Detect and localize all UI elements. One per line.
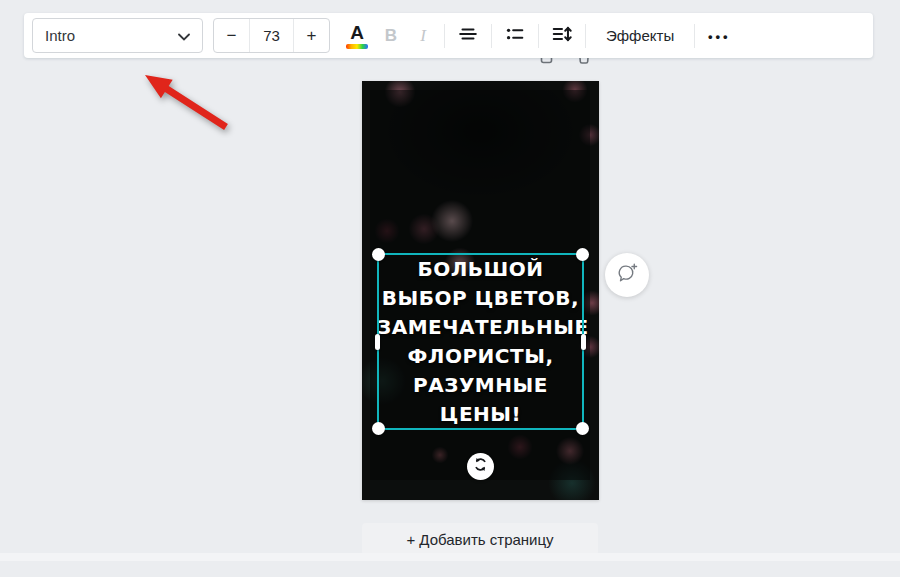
font-family-dropdown[interactable]: Intro: [32, 18, 203, 53]
comment-bubble-plus-icon: [614, 260, 640, 290]
font-size-stepper: − 73 +: [213, 18, 330, 53]
toolbar-divider: [538, 24, 539, 48]
toolbar-divider: [694, 24, 695, 48]
bold-button[interactable]: B: [376, 19, 406, 53]
italic-button[interactable]: I: [408, 19, 438, 53]
text-toolbar: Intro − 73 + A B I: [24, 13, 873, 58]
chevron-down-icon: [178, 27, 190, 45]
bottom-strip: [0, 553, 900, 561]
add-page-button[interactable]: + Добавить страницу: [362, 523, 598, 556]
resize-handle-top-right[interactable]: [576, 248, 589, 261]
resize-handle-left[interactable]: [375, 334, 380, 350]
resize-handle-top-left[interactable]: [372, 248, 385, 261]
bullet-list-button[interactable]: [498, 19, 532, 53]
bullet-list-icon: [504, 23, 526, 49]
red-annotation-arrow: [133, 60, 243, 138]
font-size-value[interactable]: 73: [249, 19, 294, 52]
toolbar-divider: [585, 24, 586, 48]
add-comment-button[interactable]: [605, 253, 649, 297]
resize-handle-bottom-left[interactable]: [372, 422, 385, 435]
rotate-arrows-icon: [472, 456, 489, 477]
text-color-button[interactable]: A: [342, 19, 372, 53]
font-size-increase-button[interactable]: +: [294, 19, 329, 52]
more-options-button[interactable]: •••: [701, 19, 737, 53]
color-rainbow-bar: [346, 44, 368, 49]
line-spacing-icon: [551, 23, 573, 49]
resize-handle-bottom-right[interactable]: [576, 422, 589, 435]
resize-handle-right[interactable]: [581, 334, 586, 350]
toolbar-divider: [491, 24, 492, 48]
text-selection-box[interactable]: [377, 253, 584, 430]
effects-button[interactable]: Эффекты: [592, 19, 688, 53]
text-color-letter: A: [350, 23, 364, 42]
text-align-button[interactable]: [451, 19, 485, 53]
font-size-decrease-button[interactable]: −: [214, 19, 249, 52]
toolbar-divider: [444, 24, 445, 48]
font-family-value: Intro: [45, 27, 75, 44]
align-center-icon: [457, 23, 479, 49]
design-page[interactable]: БОЛЬШОЙ ВЫБОР ЦВЕТОВ, ЗАМЕЧАТЕЛЬНЫЕ ФЛОР…: [362, 81, 599, 500]
editor-stage: Intro − 73 + A B I: [0, 0, 900, 577]
line-spacing-button[interactable]: [545, 19, 579, 53]
rotate-handle[interactable]: [467, 453, 494, 480]
